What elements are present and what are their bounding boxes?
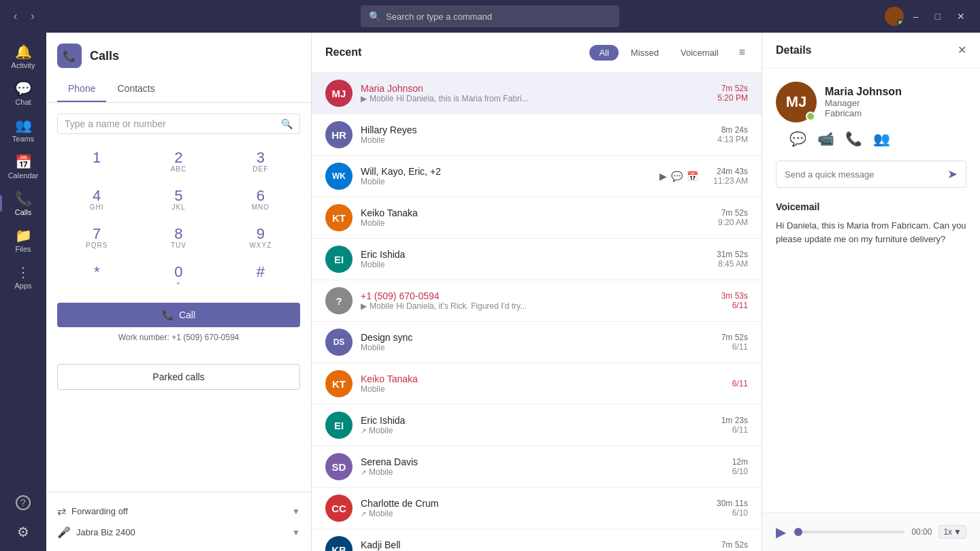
minimize-button[interactable]: –	[906, 8, 926, 24]
name-number-search[interactable]: 🔍	[57, 114, 300, 134]
call-item[interactable]: KB Kadji Bell ↗ Mobile 7m 52s 6/10	[312, 529, 762, 551]
dial-key-9[interactable]: 9WXYZ	[221, 221, 300, 256]
call-item[interactable]: ? +1 (509) 670-0594 ▶ Mobile Hi Daniela,…	[312, 280, 762, 322]
device-row[interactable]: 🎤 Jabra Biz 2400 ▼	[57, 522, 300, 543]
dial-key-0[interactable]: 0+	[139, 259, 218, 295]
call-info: Maria Johnson ▶ Mobile Hi Daniela, this …	[361, 83, 709, 103]
forwarding-row[interactable]: ⇄ Forwarding off ▼	[57, 501, 300, 522]
dial-key-4[interactable]: 4GHI	[57, 183, 136, 218]
call-item[interactable]: KT Keiko Tanaka Mobile 6/11	[312, 363, 762, 405]
forwarding-chevron: ▼	[292, 507, 300, 516]
close-button[interactable]: ✕	[950, 8, 972, 24]
quick-message-input[interactable]	[785, 169, 947, 180]
call-item[interactable]: WK Will, Kayo, Eric, +2 Mobile ▶ 💬 📅 24m…	[312, 156, 762, 197]
filter-missed[interactable]: Missed	[621, 45, 668, 61]
call-item[interactable]: SD Serena Davis ↗ Mobile 12m 6/10	[312, 446, 762, 488]
sidebar-item-apps[interactable]: ⋮ Apps	[0, 258, 46, 295]
search-input[interactable]	[65, 118, 276, 129]
send-message-button[interactable]: ➤	[947, 167, 958, 182]
dial-key-8[interactable]: 8TUV	[139, 221, 218, 256]
parked-calls-button[interactable]: Parked calls	[57, 364, 300, 390]
sidebar-label-files: Files	[15, 245, 31, 253]
call-sub: Mobile	[361, 218, 710, 228]
search-bar[interactable]: 🔍 Search or type a command	[361, 5, 619, 27]
filter-all[interactable]: All	[589, 45, 618, 61]
call-time: 4:13 PM	[717, 135, 748, 144]
nav-buttons[interactable]: ‹ ›	[8, 7, 40, 25]
dial-key-6[interactable]: 6MNO	[221, 183, 300, 218]
apps-icon: ⋮	[16, 264, 30, 280]
avatar: ?	[325, 287, 353, 314]
maximize-button[interactable]: □	[928, 8, 947, 24]
contact-card: MJ Maria Johnson Manager Fabricam 💬 📹	[762, 68, 980, 161]
speed-chevron: ▼	[953, 527, 962, 537]
sidebar-label-calls: Calls	[15, 208, 31, 216]
call-item[interactable]: MJ Maria Johnson ▶ Mobile Hi Daniela, th…	[312, 73, 762, 114]
search-icon: 🔍	[369, 11, 380, 22]
play-button[interactable]: ▶	[776, 524, 786, 540]
call-name: Eric Ishida	[361, 415, 713, 426]
avatar[interactable]	[885, 7, 904, 26]
dial-key-1[interactable]: 1	[57, 145, 136, 180]
call-item[interactable]: CC Charlotte de Crum ↗ Mobile 30m 11s 6/…	[312, 488, 762, 529]
avatar: EI	[325, 412, 353, 439]
call-button[interactable]: 📞 Call	[57, 303, 300, 327]
online-indicator	[897, 19, 904, 26]
call-item[interactable]: EI Eric Ishida ↗ Mobile 1m 23s 6/11	[312, 405, 762, 446]
sidebar-item-teams[interactable]: 👥 Teams	[0, 112, 46, 148]
search-icon: 🔍	[281, 118, 293, 129]
filter-voicemail[interactable]: Voicemail	[671, 45, 728, 61]
sidebar-item-calendar[interactable]: 📅 Calendar	[0, 148, 46, 185]
quick-message-area[interactable]: ➤	[776, 161, 966, 188]
device-chevron: ▼	[292, 528, 300, 537]
more-action[interactable]: 👥	[873, 131, 890, 147]
sidebar-label-apps: Apps	[14, 282, 31, 290]
nav-forward-button[interactable]: ›	[25, 7, 39, 25]
message-action[interactable]: 💬	[789, 131, 806, 147]
call-info: Keiko Tanaka Mobile	[361, 207, 710, 228]
sidebar-item-chat[interactable]: 💬 Chat	[0, 75, 46, 112]
sidebar-item-settings[interactable]: ⚙	[16, 518, 31, 546]
details-panel: Details ✕ MJ Maria Johnson Manager Fabri…	[762, 33, 980, 551]
call-item[interactable]: EI Eric Ishida Mobile 31m 52s 8:45 AM	[312, 239, 762, 280]
dial-key-hash[interactable]: #	[221, 259, 300, 295]
sidebar-item-activity[interactable]: 🔔 Activity	[0, 38, 46, 75]
tab-phone[interactable]: Phone	[57, 76, 106, 102]
calls-title: Calls	[90, 49, 119, 63]
call-type: Mobile	[370, 94, 393, 103]
call-item[interactable]: HR Hillary Reyes Mobile 8m 24s 4:13 PM	[312, 114, 762, 156]
call-sub: ↗ Mobile	[361, 509, 708, 518]
video-icon: ▶	[659, 171, 667, 182]
online-status-indicator	[806, 112, 815, 121]
call-type: Mobile	[370, 301, 393, 311]
nav-back-button[interactable]: ‹	[8, 7, 22, 25]
avatar: KB	[325, 536, 353, 551]
help-icon: ?	[16, 495, 31, 510]
video-action[interactable]: 📹	[817, 131, 834, 147]
details-close-button[interactable]: ✕	[958, 44, 966, 56]
phone-action[interactable]: 📞	[845, 131, 862, 147]
call-item[interactable]: KT Keiko Tanaka Mobile 7m 52s 9:20 AM	[312, 197, 762, 239]
sidebar-item-help[interactable]: ?	[16, 490, 31, 516]
dial-key-3[interactable]: 3DEF	[221, 145, 300, 180]
sidebar-label-calendar: Calendar	[8, 171, 39, 180]
dialpad-area: 🔍 1 2ABC 3DEF 4GHI 5JKL 6MNO 7PQRS 8TUV …	[46, 103, 311, 353]
sidebar-item-files[interactable]: 📁 Files	[0, 222, 46, 258]
tab-contacts[interactable]: Contacts	[106, 76, 165, 102]
player-progress[interactable]	[793, 531, 904, 533]
main-layout: 🔔 Activity 💬 Chat 👥 Teams 📅 Calendar 📞 C…	[0, 33, 980, 551]
sidebar-item-calls[interactable]: 📞 Calls	[0, 185, 46, 222]
call-item[interactable]: DS Design sync Mobile 7m 52s 6/11	[312, 322, 762, 363]
dial-key-star[interactable]: *	[57, 259, 136, 295]
recent-panel: Recent All Missed Voicemail ≡ MJ Maria J…	[312, 33, 762, 551]
avatar: EI	[325, 246, 353, 273]
dial-key-5[interactable]: 5JKL	[139, 183, 218, 218]
playback-speed[interactable]: 1x ▼	[938, 525, 966, 539]
call-info: Kadji Bell ↗ Mobile	[361, 539, 713, 551]
call-meta: 12m 6/10	[732, 457, 748, 476]
dial-key-2[interactable]: 2ABC	[139, 145, 218, 180]
dial-key-7[interactable]: 7PQRS	[57, 221, 136, 256]
calendar-icon: 📅	[15, 154, 32, 170]
filter-icon[interactable]: ≡	[736, 44, 748, 61]
call-info: +1 (509) 670-0594 ▶ Mobile Hi Daniela, i…	[361, 290, 713, 311]
